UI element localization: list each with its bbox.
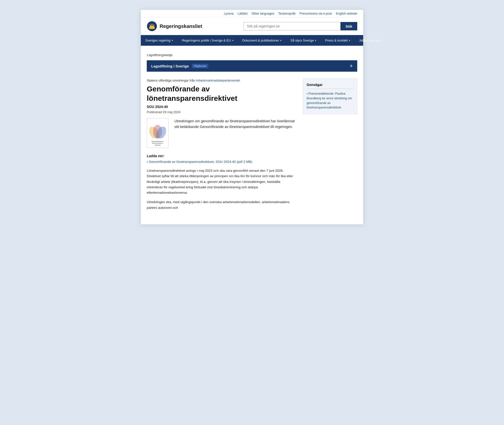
svg-point-5 — [153, 24, 154, 25]
nav-label: Press & kontakt — [325, 39, 348, 42]
sidebar-col: Genvägar Pressmeddelande: Paulina Brandb… — [303, 79, 357, 114]
article-date: Publicerad 29 maj 2024 — [147, 110, 297, 114]
chevron-down-icon: ▾ — [315, 39, 316, 42]
breadcrumb: Lagstiftningskedja — [147, 53, 357, 57]
nav-label: Så styrs Sverige — [290, 39, 314, 42]
nav-item-jobba[interactable]: Jobba hos oss ▾ — [355, 35, 387, 46]
ongoing-badge: Pågående — [192, 64, 208, 68]
nav-label: Dokument & publikationer — [242, 39, 279, 42]
logo-area[interactable]: Regeringskansliet — [147, 21, 202, 31]
download-label: Ladda ner: — [147, 154, 297, 158]
main-col: Statens offentliga utredningar från Arbe… — [147, 79, 297, 214]
lattlast-link[interactable]: Lättläst — [238, 12, 248, 15]
book-cover-leaves-svg — [149, 121, 166, 138]
nav-item-sveriges-regering[interactable]: Sveriges regering ▾ — [141, 35, 177, 46]
svg-point-4 — [151, 24, 152, 25]
content-area: Lagstiftningskedja Lagstiftning i Sverig… — [141, 46, 363, 224]
other-languages-link[interactable]: Other languages — [252, 12, 274, 15]
top-bar: Lyssna Lättläst Other languages Teckensp… — [141, 10, 363, 18]
article-intro: Utredningen om genomförande av lönetrans… — [174, 118, 297, 130]
english-website-link[interactable]: English website — [336, 12, 357, 15]
svg-rect-2 — [149, 28, 155, 29]
legislation-bar: Lagstiftning i Sverige Pågående + — [147, 60, 357, 72]
legislation-bar-left: Lagstiftning i Sverige Pågående — [151, 64, 208, 68]
header: Regeringskansliet Sök — [141, 18, 363, 35]
book-cover-title: Genomförande avlönetransparens-direktive… — [152, 141, 164, 146]
article-text-p1: Lönetransparensdirektivet antogs i maj 2… — [147, 168, 297, 195]
department-link[interactable]: Arbetsmarknadsdepartementet — [196, 79, 240, 82]
nav-item-sa-styrs[interactable]: Så styrs Sverige ▾ — [286, 35, 321, 46]
chevron-down-icon: ▾ — [232, 39, 233, 42]
download-pdf-link[interactable]: Genomförande av lönetransparensdirektive… — [147, 160, 297, 164]
nav-label: Sveriges regering — [145, 39, 170, 42]
chevron-down-icon: ▾ — [280, 39, 281, 42]
sidebar-box: Genvägar Pressmeddelande: Paulina Brandb… — [303, 79, 357, 114]
prenumerera-link[interactable]: Prenumerera via e-post — [300, 12, 332, 15]
nav-label: Regeringens politik i Sverige & EU — [182, 39, 231, 42]
nav-item-press[interactable]: Press & kontakt ▾ — [321, 35, 355, 46]
meta-prefix: Statens offentliga utredningar från — [147, 79, 195, 82]
crown-logo-icon — [147, 21, 157, 31]
legislation-title: Lagstiftning i Sverige — [151, 64, 189, 68]
expand-button[interactable]: + — [350, 63, 353, 69]
article-text-p2: Utredningen ska, med utgångspunkt i den … — [147, 199, 297, 211]
search-input[interactable] — [244, 22, 340, 30]
main-nav: Sveriges regering ▾ Regeringens politik … — [141, 35, 363, 46]
logo-text: Regeringskansliet — [160, 23, 202, 29]
nav-item-politik[interactable]: Regeringens politik i Sverige & EU ▾ — [177, 35, 238, 46]
chevron-down-icon: ▾ — [349, 39, 350, 42]
nav-label: Jobba hos oss — [359, 39, 380, 42]
book-cover: Genomförande avlönetransparens-direktive… — [147, 118, 168, 148]
chevron-down-icon: ▾ — [381, 39, 382, 42]
sidebar-pressrelease-link[interactable]: Pressmeddelande: Paulina Brandberg tar e… — [307, 91, 354, 110]
two-col-layout: Statens offentliga utredningar från Arbe… — [147, 79, 357, 214]
lyssna-link[interactable]: Lyssna — [224, 12, 233, 15]
search-button[interactable]: Sök — [340, 22, 357, 30]
chevron-down-icon: ▾ — [172, 39, 173, 42]
sidebar-title: Genvägar — [307, 83, 354, 89]
search-area: Sök — [244, 22, 357, 30]
tecksprak-link[interactable]: Teckenspråk — [278, 12, 295, 15]
article-sou: SOU 2024:40 — [147, 105, 297, 109]
article-meta: Statens offentliga utredningar från Arbe… — [147, 79, 297, 82]
article-title: Genomförande av lönetransparensdirektive… — [147, 84, 297, 103]
svg-point-3 — [150, 24, 151, 25]
nav-item-dokument[interactable]: Dokument & publikationer ▾ — [238, 35, 286, 46]
article-body-row: Genomförande avlönetransparens-direktive… — [147, 118, 297, 148]
page-wrapper: Lyssna Lättläst Other languages Teckensp… — [141, 10, 363, 224]
